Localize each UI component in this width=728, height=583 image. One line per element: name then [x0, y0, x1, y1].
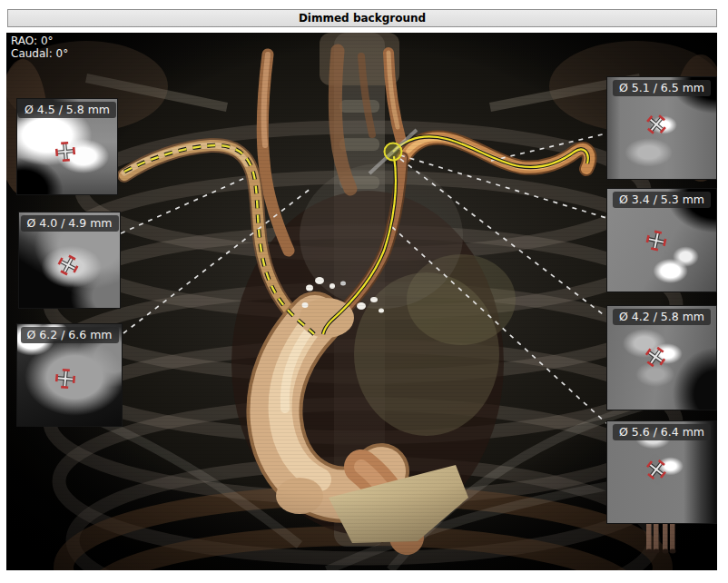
- view-title: Dimmed background: [299, 12, 426, 25]
- diameter-label: Ø 4.2 / 5.8 mm: [613, 309, 711, 325]
- measurement-inset-right-3[interactable]: Ø 4.2 / 5.8 mm: [606, 305, 717, 410]
- diameter-label: Ø 4.0 / 4.9 mm: [20, 215, 118, 232]
- 3d-viewport[interactable]: RAO: 0° Caudal: 0° Ø 4.5 / 5.8 mm Ø 4.0 …: [6, 33, 717, 570]
- application-window: Dimmed background: [0, 0, 728, 583]
- orientation-readout: RAO: 0° Caudal: 0°: [11, 35, 68, 60]
- measurement-crosshair-icon[interactable]: [53, 249, 84, 281]
- measurement-crosshair-icon[interactable]: [639, 341, 672, 373]
- measurement-crosshair-icon[interactable]: [640, 107, 674, 141]
- measurement-crosshair-icon[interactable]: [53, 139, 78, 164]
- caudal-angle: Caudal: 0°: [11, 47, 68, 60]
- diameter-label: Ø 6.2 / 6.6 mm: [20, 327, 118, 343]
- measurement-inset-left-3[interactable]: Ø 6.2 / 6.6 mm: [16, 323, 123, 427]
- measurement-crosshair-icon[interactable]: [53, 366, 78, 391]
- measurement-inset-right-2[interactable]: Ø 3.4 / 5.3 mm: [606, 188, 717, 292]
- diameter-label: Ø 5.6 / 6.4 mm: [613, 424, 711, 440]
- measurement-inset-right-4[interactable]: Ø 5.6 / 6.4 mm: [606, 420, 717, 524]
- rao-angle: RAO: 0°: [11, 35, 68, 47]
- diameter-label: Ø 3.4 / 5.3 mm: [613, 192, 711, 208]
- measurement-inset-left-1[interactable]: Ø 4.5 / 5.8 mm: [16, 98, 118, 195]
- measurement-inset-left-2[interactable]: Ø 4.0 / 4.9 mm: [18, 212, 121, 309]
- diameter-label: Ø 5.1 / 6.5 mm: [613, 80, 711, 96]
- measurement-inset-right-1[interactable]: Ø 5.1 / 6.5 mm: [606, 76, 717, 180]
- measurement-crosshair-icon[interactable]: [643, 226, 671, 254]
- diameter-label: Ø 4.5 / 5.8 mm: [18, 102, 116, 118]
- measurement-crosshair-icon[interactable]: [640, 452, 673, 485]
- view-title-bar: Dimmed background: [7, 9, 717, 27]
